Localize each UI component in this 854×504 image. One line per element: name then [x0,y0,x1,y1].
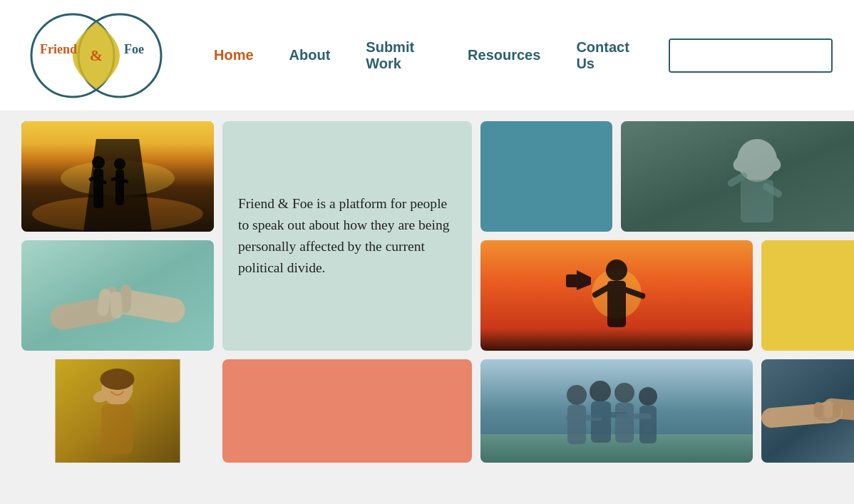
main-nav: Home About Submit Work Resources Contact… [200,36,647,76]
site-header: Friend Foe & Home About Submit Work Reso… [0,0,854,110]
svg-rect-63 [814,402,823,418]
svg-rect-13 [98,178,107,185]
group-friends-image [480,359,753,463]
main-content: Friend & Foe is a platform for people to… [0,110,854,477]
svg-rect-17 [120,178,129,184]
photo-handshake[interactable] [761,359,854,463]
photo-sunset-couple[interactable] [21,121,214,232]
svg-text:Friend: Friend [40,42,77,56]
salmon-color-block [222,359,472,463]
svg-point-14 [114,158,125,170]
intro-paragraph: Friend & Foe is a platform for people to… [238,193,456,279]
svg-rect-11 [93,169,103,208]
logo[interactable]: Friend Foe & [21,9,178,102]
svg-rect-52 [615,403,634,443]
laughing-woman-image [21,359,214,463]
svg-rect-54 [639,406,657,443]
svg-rect-57 [616,413,652,419]
nav-home[interactable]: Home [200,43,268,67]
hands-holding-image [21,240,214,351]
handshake-image [761,359,854,463]
nav-contact-us[interactable]: Contact Us [562,36,647,76]
person-stress-image [621,121,854,232]
svg-text:Foe: Foe [124,42,144,56]
svg-point-53 [639,387,657,406]
teal-color-block [480,121,612,232]
nav-submit-work[interactable]: Submit Work [351,36,446,76]
svg-rect-16 [110,176,119,182]
sunset-couple-image [21,121,214,232]
svg-rect-31 [110,292,123,319]
svg-rect-38 [566,274,579,287]
svg-rect-43 [102,404,133,454]
svg-point-47 [567,385,587,405]
svg-rect-48 [567,405,586,444]
nav-about[interactable]: About [275,43,345,67]
photo-laughing-woman[interactable] [21,359,214,463]
search-box [669,38,833,73]
svg-point-42 [101,369,135,390]
svg-rect-50 [591,401,611,443]
svg-point-34 [606,259,627,281]
photo-person-stress[interactable] [621,121,854,232]
photo-hands-holding[interactable] [21,240,214,351]
svg-rect-65 [833,402,841,418]
photo-megaphone[interactable] [480,240,753,351]
svg-point-9 [61,160,175,196]
svg-rect-15 [115,170,124,205]
photo-group-friends[interactable] [480,359,753,463]
svg-point-8 [32,196,203,232]
search-button[interactable] [830,40,833,71]
megaphone-image [480,240,753,351]
svg-point-51 [614,383,634,403]
search-input[interactable] [670,40,830,71]
svg-text:&: & [90,46,103,64]
svg-point-49 [590,381,611,402]
svg-rect-64 [824,401,833,418]
yellow-color-block [761,240,854,351]
intro-text-cell: Friend & Foe is a platform for people to… [222,121,472,351]
svg-point-10 [92,156,105,169]
nav-resources[interactable]: Resources [453,43,555,67]
